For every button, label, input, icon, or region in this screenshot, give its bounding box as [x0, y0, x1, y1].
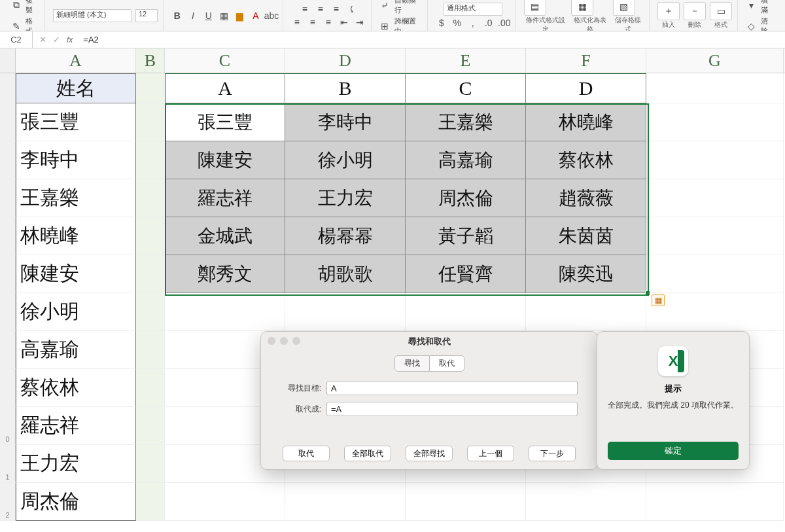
cell-C5[interactable]: 金城武: [165, 217, 285, 255]
cond-format-button[interactable]: ▤: [524, 0, 546, 16]
cell-C4[interactable]: 羅志祥: [165, 179, 285, 217]
tab-find[interactable]: 尋找: [394, 355, 430, 372]
cell-B1[interactable]: [136, 73, 165, 103]
cell-A12[interactable]: 周杰倫: [16, 483, 136, 521]
cell-G4[interactable]: [646, 179, 784, 217]
cell-E7[interactable]: [406, 293, 526, 331]
cell-B11[interactable]: [136, 445, 165, 483]
col-header-G[interactable]: G: [646, 48, 784, 73]
cell-C12[interactable]: [165, 483, 285, 521]
cell-A10[interactable]: 羅志祥: [16, 407, 136, 445]
align-left-icon[interactable]: ≡: [291, 16, 303, 28]
cell-D12[interactable]: [285, 483, 406, 521]
cell-C1[interactable]: A: [165, 73, 285, 103]
cell-B2[interactable]: [136, 103, 165, 141]
cell-A4[interactable]: 王嘉樂: [16, 179, 136, 217]
replace-all-button[interactable]: 全部取代: [344, 446, 391, 461]
name-box[interactable]: C2: [0, 31, 33, 48]
cell-C7[interactable]: [165, 293, 285, 331]
row-header[interactable]: [0, 103, 16, 141]
cell-B8[interactable]: [136, 331, 165, 369]
tab-replace[interactable]: 取代: [430, 355, 464, 372]
row-header[interactable]: [0, 369, 16, 407]
row-header[interactable]: 0: [0, 407, 16, 445]
cell-C6[interactable]: 鄭秀文: [165, 255, 285, 293]
cell-A7[interactable]: 徐小明: [16, 293, 136, 331]
window-controls[interactable]: [268, 337, 300, 345]
cell-styles-button[interactable]: ▧: [613, 0, 635, 16]
inc-decimal-icon[interactable]: .0: [483, 17, 495, 29]
format-table-button[interactable]: ▦: [571, 0, 593, 16]
cell-B10[interactable]: [136, 407, 165, 445]
cell-G3[interactable]: [646, 141, 784, 179]
cell-E3[interactable]: 高嘉瑜: [406, 141, 526, 179]
cell-C3[interactable]: 陳建安: [165, 141, 285, 179]
format-painter-icon[interactable]: ✎: [10, 20, 22, 32]
cell-D5[interactable]: 楊幂幂: [285, 217, 406, 255]
align-bot-icon[interactable]: ≡: [330, 3, 342, 15]
currency-icon[interactable]: $: [436, 17, 447, 29]
cell-B9[interactable]: [136, 369, 165, 407]
copy-icon[interactable]: ⧉: [10, 0, 22, 11]
cell-A1[interactable]: 姓名: [16, 73, 136, 103]
cell-A8[interactable]: 高嘉瑜: [16, 331, 136, 369]
row-header[interactable]: [0, 217, 16, 255]
replace-input[interactable]: [326, 402, 578, 416]
cell-E4[interactable]: 周杰倫: [406, 179, 526, 217]
zoom-icon[interactable]: [292, 337, 300, 345]
cell-E1[interactable]: C: [406, 73, 526, 103]
cell-A11[interactable]: 王力宏: [16, 445, 136, 483]
fx-label[interactable]: fx: [67, 35, 73, 44]
select-all-corner[interactable]: [0, 48, 16, 73]
indent-dec-icon[interactable]: ⇤: [338, 16, 350, 28]
cell-B5[interactable]: [136, 217, 165, 255]
bold-icon[interactable]: B: [171, 10, 183, 22]
align-center-icon[interactable]: ≡: [307, 16, 319, 28]
clear-icon[interactable]: ◇: [746, 20, 757, 32]
autofill-options-button[interactable]: ▦: [652, 294, 665, 306]
font-name-select[interactable]: 新細明體 (本文): [53, 9, 131, 22]
orientation-icon[interactable]: ⤹: [346, 3, 358, 15]
indent-inc-icon[interactable]: ⇥: [354, 16, 366, 28]
row-header[interactable]: [0, 331, 16, 369]
cell-F2[interactable]: 林曉峰: [526, 103, 646, 141]
underline-icon[interactable]: U: [203, 10, 215, 22]
close-icon[interactable]: [268, 337, 275, 345]
insert-button[interactable]: ＋: [657, 2, 680, 20]
cell-E2[interactable]: 王嘉樂: [406, 103, 526, 141]
row-header[interactable]: [0, 73, 16, 103]
merge-icon[interactable]: ⊞: [379, 20, 391, 32]
col-header-A[interactable]: A: [16, 48, 136, 73]
cell-A2[interactable]: 張三豐: [16, 103, 136, 141]
cell-F1[interactable]: D: [526, 73, 646, 103]
cell-B4[interactable]: [136, 179, 165, 217]
find-all-button[interactable]: 全部尋找: [406, 446, 453, 461]
percent-icon[interactable]: %: [451, 17, 463, 29]
fill-icon[interactable]: ▾: [746, 0, 757, 11]
row-header[interactable]: [0, 255, 16, 293]
find-input[interactable]: [326, 381, 578, 395]
italic-icon[interactable]: I: [187, 10, 199, 22]
cell-G7[interactable]: [646, 293, 784, 331]
cell-F5[interactable]: 朱茵茵: [526, 217, 646, 255]
row-header[interactable]: [0, 141, 16, 179]
align-mid-icon[interactable]: ≡: [315, 3, 326, 15]
cell-B7[interactable]: [136, 293, 165, 331]
cell-E5[interactable]: 黃子韜: [406, 217, 526, 255]
col-header-D[interactable]: D: [285, 48, 406, 73]
enter-icon[interactable]: ✓: [53, 35, 60, 44]
row-header[interactable]: [0, 179, 16, 217]
cell-F6[interactable]: 陳奕迅: [526, 255, 646, 293]
comma-icon[interactable]: ,: [467, 17, 479, 29]
cell-D2[interactable]: 李時中: [285, 103, 406, 141]
font-size-select[interactable]: 12: [135, 9, 158, 22]
cell-F12[interactable]: [526, 483, 646, 521]
cell-A5[interactable]: 林曉峰: [16, 217, 136, 255]
number-format-select[interactable]: 通用格式: [444, 3, 502, 16]
cell-C2[interactable]: 張三豐: [165, 103, 285, 141]
replace-button[interactable]: 取代: [283, 446, 330, 461]
col-header-B[interactable]: B: [136, 48, 165, 73]
find-next-button[interactable]: 下一步: [529, 446, 576, 461]
phonetic-icon[interactable]: abc: [266, 10, 277, 22]
cell-E12[interactable]: [406, 483, 526, 521]
